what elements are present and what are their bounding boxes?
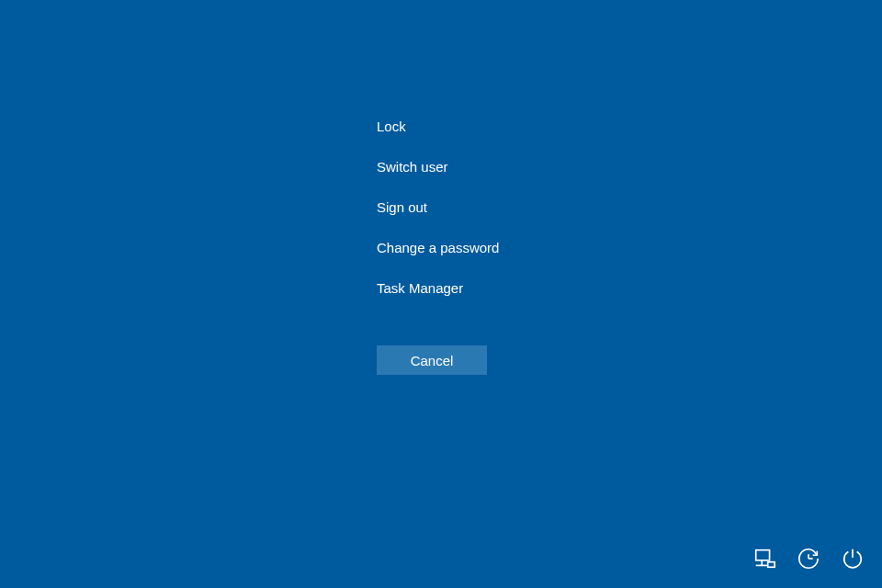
menu-item-lock[interactable]: Lock xyxy=(377,117,499,137)
cancel-button[interactable]: Cancel xyxy=(377,345,487,375)
svg-rect-0 xyxy=(756,550,770,560)
menu-item-task-manager[interactable]: Task Manager xyxy=(377,278,499,299)
menu-item-change-password[interactable]: Change a password xyxy=(377,238,499,258)
bottom-icons-bar xyxy=(752,546,865,571)
svg-rect-3 xyxy=(768,562,775,568)
menu-item-sign-out[interactable]: Sign out xyxy=(377,198,499,218)
network-icon[interactable] xyxy=(752,546,777,571)
security-options-menu: Lock Switch user Sign out Change a passw… xyxy=(377,117,499,319)
power-icon[interactable] xyxy=(840,546,865,571)
ease-of-access-icon[interactable] xyxy=(796,546,821,571)
menu-item-switch-user[interactable]: Switch user xyxy=(377,157,499,177)
